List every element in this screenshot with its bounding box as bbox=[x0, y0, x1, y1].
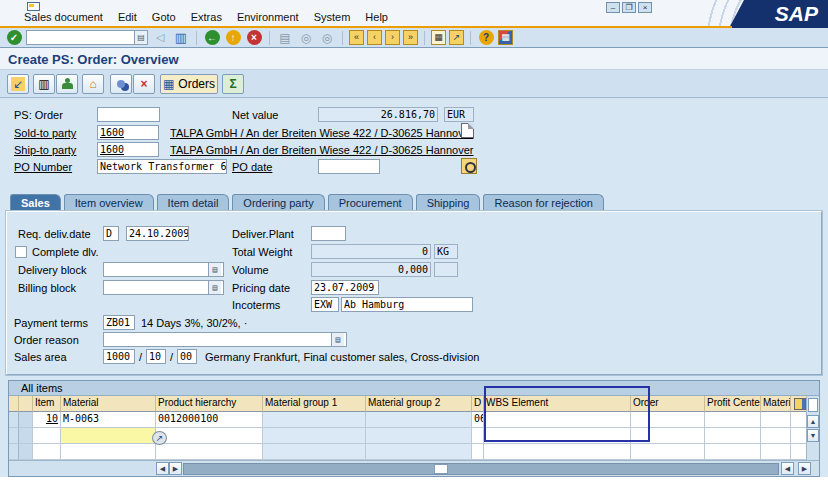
dropdown-icon[interactable]: ▤ bbox=[208, 281, 221, 294]
billing-block-select[interactable]: ▤ bbox=[103, 280, 224, 295]
cell-item[interactable]: 10 bbox=[33, 412, 61, 428]
orders-button[interactable]: ▦ Orders bbox=[160, 74, 218, 94]
reject-document-icon[interactable]: × bbox=[133, 74, 155, 94]
deliver-plant-input[interactable] bbox=[311, 226, 346, 241]
cell-profit-center[interactable] bbox=[705, 428, 761, 444]
command-history-icon[interactable]: ▤ bbox=[134, 31, 147, 44]
ship-to-party-input[interactable]: 1600 bbox=[97, 142, 159, 157]
ship-to-party-label[interactable]: Ship-to party bbox=[14, 144, 76, 157]
col-item[interactable]: Item bbox=[33, 396, 61, 412]
col-material-group-1[interactable]: Material group 1 bbox=[263, 396, 366, 412]
vertical-scrollbar[interactable]: ▲ ▼ bbox=[806, 397, 818, 461]
po-number-input[interactable]: Network Transformer 63 bbox=[97, 159, 227, 174]
cell-product-hierarchy[interactable] bbox=[156, 444, 263, 460]
find-next-icon[interactable]: ◎ bbox=[318, 30, 336, 46]
save-icon[interactable]: ▥ bbox=[172, 30, 190, 46]
cell-material-focused[interactable] bbox=[61, 428, 156, 444]
header-output-icon[interactable]: ⌂ bbox=[82, 74, 104, 94]
sold-to-party-text[interactable]: TALPA GmbH / An der Breiten Wiese 422 / … bbox=[170, 127, 473, 140]
tab-sales[interactable]: Sales bbox=[10, 194, 61, 212]
vertical-scroll-thumb[interactable] bbox=[808, 398, 818, 412]
col-product-hierarchy[interactable]: Product hierarchy bbox=[156, 396, 263, 412]
po-date-label[interactable]: PO date bbox=[232, 161, 272, 174]
cell-product-hierarchy[interactable]: 0012000100 bbox=[156, 412, 263, 428]
ship-to-party-text[interactable]: TALPA GmbH / An der Breiten Wiese 422 / … bbox=[170, 144, 473, 157]
partner-icon[interactable] bbox=[56, 74, 78, 94]
cell-wbs-element[interactable] bbox=[484, 412, 631, 428]
cell-d[interactable]: 06 bbox=[472, 412, 484, 428]
help-icon[interactable]: ? bbox=[477, 30, 495, 46]
cell-order[interactable] bbox=[631, 412, 705, 428]
menu-extras[interactable]: Extras bbox=[191, 11, 222, 23]
cell-wbs-element[interactable] bbox=[484, 428, 631, 444]
minimize-icon[interactable]: – bbox=[606, 2, 620, 13]
menu-goto[interactable]: Goto bbox=[152, 11, 176, 23]
item-overview-icon[interactable]: ▥ bbox=[33, 74, 55, 94]
po-number-label[interactable]: PO Number bbox=[14, 161, 72, 174]
cancel-icon[interactable]: × bbox=[245, 30, 263, 46]
payment-terms-input[interactable]: ZB01 bbox=[103, 315, 135, 330]
restore-icon[interactable]: ❐ bbox=[622, 2, 636, 13]
sum-icon[interactable]: Σ bbox=[222, 74, 244, 94]
exit-icon[interactable]: ↑ bbox=[224, 30, 242, 46]
req-deliv-date-input[interactable]: 24.10.2009 bbox=[126, 226, 189, 241]
cell-item[interactable] bbox=[33, 444, 61, 460]
cell-profit-center[interactable] bbox=[705, 412, 761, 428]
close-icon[interactable]: × bbox=[638, 2, 652, 13]
scroll-right-icon[interactable]: ▶ bbox=[798, 462, 811, 475]
col-wbs-element[interactable]: WBS Element bbox=[484, 396, 631, 412]
customize-layout-icon[interactable]: ▦ bbox=[498, 30, 513, 45]
cell-order[interactable] bbox=[631, 428, 705, 444]
select-all-header[interactable] bbox=[19, 396, 33, 412]
col-profit-center[interactable]: Profit Center bbox=[705, 396, 761, 412]
tab-item-overview[interactable]: Item overview bbox=[64, 194, 154, 212]
ps-order-input[interactable] bbox=[97, 107, 160, 122]
cell-d[interactable] bbox=[472, 428, 484, 444]
horizontal-scroll-track[interactable] bbox=[183, 463, 779, 475]
cell-material[interactable]: M-0063 bbox=[61, 412, 156, 428]
complete-dlv-checkbox[interactable] bbox=[15, 246, 27, 258]
dropdown-icon[interactable]: ▤ bbox=[331, 333, 344, 346]
cell-material-2[interactable] bbox=[761, 444, 791, 460]
tab-item-detail[interactable]: Item detail bbox=[157, 194, 230, 212]
dist-channel-input[interactable]: 10 bbox=[146, 349, 166, 364]
cell-order[interactable] bbox=[631, 444, 705, 460]
scroll-down-icon[interactable]: ▼ bbox=[807, 429, 819, 442]
order-reason-select[interactable]: ▤ bbox=[103, 332, 347, 347]
sales-org-input[interactable]: 1000 bbox=[103, 349, 135, 364]
col-material-group-2[interactable]: Material group 2 bbox=[366, 396, 472, 412]
tab-procurement[interactable]: Procurement bbox=[328, 194, 413, 212]
cell-profit-center[interactable] bbox=[705, 444, 761, 460]
enter-icon[interactable]: ✓ bbox=[5, 30, 23, 46]
cell-d[interactable] bbox=[472, 444, 484, 460]
menu-system[interactable]: System bbox=[314, 11, 351, 23]
create-shortcut-icon[interactable]: ↗ bbox=[449, 30, 464, 45]
cell-product-hierarchy[interactable] bbox=[156, 428, 263, 444]
tab-ordering-party[interactable]: Ordering party bbox=[232, 194, 324, 212]
po-date-input[interactable] bbox=[318, 159, 380, 174]
menu-sales-document[interactable]: Sales document bbox=[24, 11, 103, 23]
col-material-2[interactable]: Material bbox=[761, 396, 791, 412]
sold-to-party-input[interactable]: 1600 bbox=[97, 125, 159, 140]
back-icon[interactable]: ← bbox=[203, 30, 221, 46]
new-session-icon[interactable]: ▦ bbox=[431, 30, 446, 45]
tab-shipping[interactable]: Shipping bbox=[416, 194, 481, 212]
scroll-left-icon[interactable]: ◀ bbox=[156, 462, 169, 475]
scroll-right-icon[interactable]: ▶ bbox=[169, 462, 182, 475]
next-page-icon[interactable]: › bbox=[385, 30, 400, 45]
horizontal-scroll-thumb[interactable] bbox=[434, 464, 448, 474]
cell-item[interactable] bbox=[33, 428, 61, 444]
tab-reason-for-rejection[interactable]: Reason for rejection bbox=[483, 194, 603, 212]
coins-icon[interactable] bbox=[110, 74, 132, 94]
last-page-icon[interactable]: » bbox=[403, 30, 418, 45]
cell-material-2[interactable] bbox=[761, 412, 791, 428]
search-icon[interactable] bbox=[461, 158, 477, 174]
col-d[interactable]: D bbox=[472, 396, 484, 412]
incoterms-text-input[interactable]: Ab Hamburg bbox=[341, 297, 473, 312]
matchcode-search-help-icon[interactable]: ↗ bbox=[152, 431, 167, 445]
menu-help[interactable]: Help bbox=[365, 11, 388, 23]
menu-edit[interactable]: Edit bbox=[118, 11, 137, 23]
cell-material-2[interactable] bbox=[761, 428, 791, 444]
sold-to-party-label[interactable]: Sold-to party bbox=[14, 127, 76, 140]
col-material[interactable]: Material bbox=[61, 396, 156, 412]
